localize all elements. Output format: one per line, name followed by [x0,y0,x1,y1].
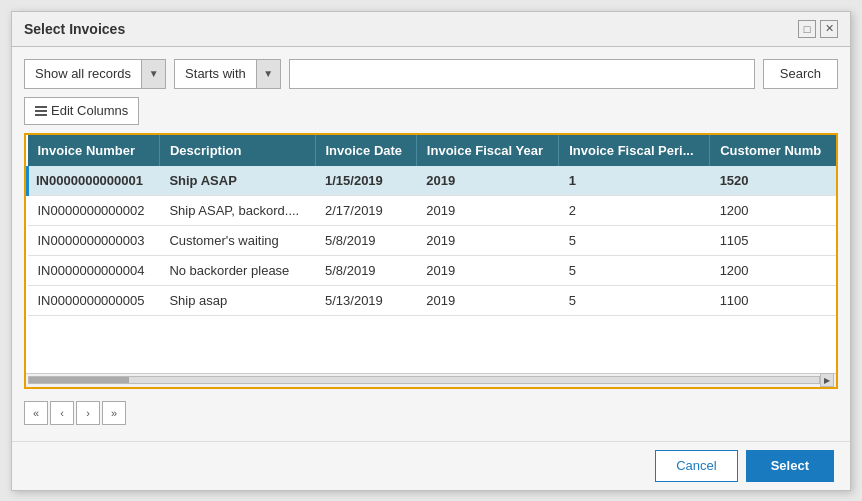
cell-row2-col3: 2019 [416,225,558,255]
first-page-button[interactable]: « [24,401,48,425]
col-description: Description [159,135,315,166]
pagination-row: « ‹ › » [24,397,838,429]
cell-row3-col1: No backorder please [159,255,315,285]
edit-columns-button[interactable]: Edit Columns [24,97,139,125]
h-scrollbar-thumb [29,377,129,383]
col-invoice-number: Invoice Number [28,135,160,166]
prev-page-button[interactable]: ‹ [50,401,74,425]
show-filter-dropdown[interactable]: Show all records ▼ [24,59,166,89]
table-row[interactable]: IN0000000000001Ship ASAP1/15/20192019115… [28,166,837,196]
select-button[interactable]: Select [746,450,834,482]
cell-row2-col4: 5 [559,225,710,255]
cell-row2-col2: 5/8/2019 [315,225,416,255]
cell-row3-col2: 5/8/2019 [315,255,416,285]
cell-row1-col2: 2/17/2019 [315,195,416,225]
table-body: IN0000000000001Ship ASAP1/15/20192019115… [28,166,837,316]
invoices-table: Invoice Number Description Invoice Date … [26,135,836,316]
starts-with-dropdown[interactable]: Starts with ▼ [174,59,281,89]
right-arrow-icon: ▶ [821,374,833,386]
show-filter-arrow-icon: ▼ [141,60,165,88]
titlebar-controls: □ ✕ [798,20,838,38]
col-fiscal-year: Invoice Fiscal Year [416,135,558,166]
close-button[interactable]: ✕ [820,20,838,38]
cancel-button[interactable]: Cancel [655,450,737,482]
cell-row1-col1: Ship ASAP, backord.... [159,195,315,225]
cell-row2-col0: IN0000000000003 [28,225,160,255]
dialog-titlebar: Select Invoices □ ✕ [12,12,850,47]
cell-row1-col0: IN0000000000002 [28,195,160,225]
cell-row1-col3: 2019 [416,195,558,225]
table-header: Invoice Number Description Invoice Date … [28,135,837,166]
h-scrollbar-track [28,376,820,384]
col-customer-number: Customer Numb [710,135,836,166]
table-wrapper[interactable]: Invoice Number Description Invoice Date … [26,135,836,373]
search-button[interactable]: Search [763,59,838,89]
maximize-button[interactable]: □ [798,20,816,38]
edit-columns-icon [35,106,47,116]
table-container: Invoice Number Description Invoice Date … [24,133,838,389]
cell-row0-col1: Ship ASAP [159,166,315,196]
toolbar-row: Show all records ▼ Starts with ▼ Search [24,59,838,89]
dialog-body: Show all records ▼ Starts with ▼ Search … [12,47,850,441]
header-row: Invoice Number Description Invoice Date … [28,135,837,166]
show-filter-label: Show all records [25,66,141,81]
cell-row4-col4: 5 [559,285,710,315]
cell-row3-col5: 1200 [710,255,836,285]
cell-row2-col5: 1105 [710,225,836,255]
cell-row3-col3: 2019 [416,255,558,285]
cell-row0-col2: 1/15/2019 [315,166,416,196]
col-fiscal-period: Invoice Fiscal Peri... [559,135,710,166]
cell-row2-col1: Customer's waiting [159,225,315,255]
cell-row3-col4: 5 [559,255,710,285]
edit-columns-row: Edit Columns [24,97,838,125]
table-row[interactable]: IN0000000000003Customer's waiting5/8/201… [28,225,837,255]
cell-row0-col5: 1520 [710,166,836,196]
starts-with-arrow-icon: ▼ [256,60,280,88]
starts-with-label: Starts with [175,66,256,81]
edit-columns-label: Edit Columns [51,103,128,118]
dialog-footer: Cancel Select [12,441,850,490]
cell-row0-col4: 1 [559,166,710,196]
cell-row4-col1: Ship asap [159,285,315,315]
col-invoice-date: Invoice Date [315,135,416,166]
horizontal-scrollbar[interactable]: ▶ [26,373,836,387]
cell-row4-col5: 1100 [710,285,836,315]
cell-row4-col0: IN0000000000005 [28,285,160,315]
table-row[interactable]: IN0000000000004No backorder please5/8/20… [28,255,837,285]
dialog-title: Select Invoices [24,21,125,37]
cell-row4-col2: 5/13/2019 [315,285,416,315]
cell-row1-col4: 2 [559,195,710,225]
cell-row4-col3: 2019 [416,285,558,315]
search-input[interactable] [289,59,755,89]
next-page-button[interactable]: › [76,401,100,425]
cell-row3-col0: IN0000000000004 [28,255,160,285]
table-row[interactable]: IN0000000000005Ship asap5/13/20192019511… [28,285,837,315]
h-scrollbar-right-btn[interactable]: ▶ [820,373,834,387]
cell-row0-col3: 2019 [416,166,558,196]
cell-row1-col5: 1200 [710,195,836,225]
table-row[interactable]: IN0000000000002Ship ASAP, backord....2/1… [28,195,837,225]
last-page-button[interactable]: » [102,401,126,425]
cell-row0-col0: IN0000000000001 [28,166,160,196]
select-invoices-dialog: Select Invoices □ ✕ Show all records ▼ S… [11,11,851,491]
